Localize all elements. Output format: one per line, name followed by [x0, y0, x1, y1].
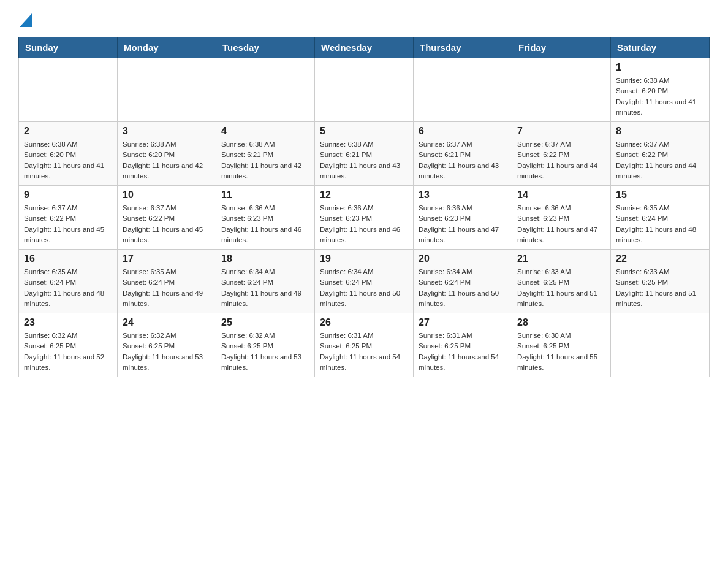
day-info: Sunrise: 6:36 AM Sunset: 6:23 PM Dayligh…: [517, 203, 605, 245]
day-info: Sunrise: 6:37 AM Sunset: 6:22 PM Dayligh…: [616, 139, 704, 182]
calendar-cell: 5Sunrise: 6:38 AM Sunset: 6:21 PM Daylig…: [315, 122, 414, 186]
calendar-week-row: 1Sunrise: 6:38 AM Sunset: 6:20 PM Daylig…: [19, 58, 710, 122]
calendar-cell: 25Sunrise: 6:32 AM Sunset: 6:25 PM Dayli…: [216, 313, 315, 377]
calendar-cell: [611, 313, 710, 377]
calendar-cell: 11Sunrise: 6:36 AM Sunset: 6:23 PM Dayli…: [216, 186, 315, 250]
day-number: 11: [221, 190, 309, 201]
day-number: 18: [221, 253, 309, 264]
day-number: 5: [320, 126, 408, 137]
calendar-week-row: 23Sunrise: 6:32 AM Sunset: 6:25 PM Dayli…: [19, 313, 710, 377]
day-header-thursday: Thursday: [414, 37, 512, 58]
calendar-cell: 20Sunrise: 6:34 AM Sunset: 6:24 PM Dayli…: [414, 250, 512, 313]
day-info: Sunrise: 6:33 AM Sunset: 6:25 PM Dayligh…: [517, 267, 605, 309]
calendar-cell: 14Sunrise: 6:36 AM Sunset: 6:23 PM Dayli…: [512, 186, 611, 250]
day-header-sunday: Sunday: [19, 37, 118, 58]
calendar-cell: [512, 58, 611, 122]
day-number: 28: [517, 317, 605, 328]
day-info: Sunrise: 6:31 AM Sunset: 6:25 PM Dayligh…: [419, 331, 507, 373]
day-info: Sunrise: 6:37 AM Sunset: 6:22 PM Dayligh…: [24, 203, 112, 245]
day-number: 17: [123, 253, 211, 264]
day-number: 6: [419, 126, 507, 137]
day-info: Sunrise: 6:34 AM Sunset: 6:24 PM Dayligh…: [221, 267, 309, 309]
day-number: 3: [123, 126, 211, 137]
day-info: Sunrise: 6:38 AM Sunset: 6:21 PM Dayligh…: [221, 139, 309, 182]
calendar-cell: 19Sunrise: 6:34 AM Sunset: 6:24 PM Dayli…: [315, 250, 414, 313]
day-header-friday: Friday: [512, 37, 611, 58]
day-number: 2: [24, 126, 112, 137]
calendar-cell: 17Sunrise: 6:35 AM Sunset: 6:24 PM Dayli…: [118, 250, 216, 313]
day-number: 21: [517, 253, 605, 264]
day-info: Sunrise: 6:35 AM Sunset: 6:24 PM Dayligh…: [616, 203, 704, 245]
day-number: 26: [320, 317, 408, 328]
day-info: Sunrise: 6:37 AM Sunset: 6:21 PM Dayligh…: [419, 139, 507, 182]
day-info: Sunrise: 6:36 AM Sunset: 6:23 PM Dayligh…: [419, 203, 507, 245]
day-info: Sunrise: 6:36 AM Sunset: 6:23 PM Dayligh…: [221, 203, 309, 245]
calendar-header-row: SundayMondayTuesdayWednesdayThursdayFrid…: [19, 37, 710, 58]
day-info: Sunrise: 6:34 AM Sunset: 6:24 PM Dayligh…: [320, 267, 408, 309]
calendar-cell: 27Sunrise: 6:31 AM Sunset: 6:25 PM Dayli…: [414, 313, 512, 377]
calendar-cell: 28Sunrise: 6:30 AM Sunset: 6:25 PM Dayli…: [512, 313, 611, 377]
calendar-cell: 2Sunrise: 6:38 AM Sunset: 6:20 PM Daylig…: [19, 122, 118, 186]
calendar-cell: 9Sunrise: 6:37 AM Sunset: 6:22 PM Daylig…: [19, 186, 118, 250]
calendar-week-row: 2Sunrise: 6:38 AM Sunset: 6:20 PM Daylig…: [19, 122, 710, 186]
day-number: 14: [517, 190, 605, 201]
calendar-week-row: 16Sunrise: 6:35 AM Sunset: 6:24 PM Dayli…: [19, 250, 710, 313]
day-number: 7: [517, 126, 605, 137]
day-info: Sunrise: 6:38 AM Sunset: 6:20 PM Dayligh…: [123, 139, 211, 182]
calendar-cell: 1Sunrise: 6:38 AM Sunset: 6:20 PM Daylig…: [611, 58, 710, 122]
day-info: Sunrise: 6:38 AM Sunset: 6:20 PM Dayligh…: [24, 139, 112, 182]
calendar-cell: 21Sunrise: 6:33 AM Sunset: 6:25 PM Dayli…: [512, 250, 611, 313]
day-info: Sunrise: 6:37 AM Sunset: 6:22 PM Dayligh…: [123, 203, 211, 245]
day-number: 24: [123, 317, 211, 328]
day-number: 27: [419, 317, 507, 328]
day-number: 25: [221, 317, 309, 328]
svg-marker-0: [20, 13, 32, 27]
day-info: Sunrise: 6:33 AM Sunset: 6:25 PM Dayligh…: [616, 267, 704, 309]
day-number: 22: [616, 253, 704, 264]
calendar-cell: [315, 58, 414, 122]
calendar-cell: 23Sunrise: 6:32 AM Sunset: 6:25 PM Dayli…: [19, 313, 118, 377]
day-number: 4: [221, 126, 309, 137]
day-info: Sunrise: 6:35 AM Sunset: 6:24 PM Dayligh…: [24, 267, 112, 309]
day-number: 23: [24, 317, 112, 328]
day-number: 1: [616, 62, 704, 73]
day-info: Sunrise: 6:37 AM Sunset: 6:22 PM Dayligh…: [517, 139, 605, 182]
calendar-cell: 26Sunrise: 6:31 AM Sunset: 6:25 PM Dayli…: [315, 313, 414, 377]
day-info: Sunrise: 6:34 AM Sunset: 6:24 PM Dayligh…: [419, 267, 507, 309]
calendar-cell: 22Sunrise: 6:33 AM Sunset: 6:25 PM Dayli…: [611, 250, 710, 313]
calendar-cell: 18Sunrise: 6:34 AM Sunset: 6:24 PM Dayli…: [216, 250, 315, 313]
day-number: 15: [616, 190, 704, 201]
calendar-cell: 3Sunrise: 6:38 AM Sunset: 6:20 PM Daylig…: [118, 122, 216, 186]
calendar-week-row: 9Sunrise: 6:37 AM Sunset: 6:22 PM Daylig…: [19, 186, 710, 250]
calendar-cell: [414, 58, 512, 122]
calendar-table: SundayMondayTuesdayWednesdayThursdayFrid…: [18, 37, 710, 377]
day-info: Sunrise: 6:35 AM Sunset: 6:24 PM Dayligh…: [123, 267, 211, 309]
day-header-wednesday: Wednesday: [315, 37, 414, 58]
day-number: 10: [123, 190, 211, 201]
calendar-cell: 13Sunrise: 6:36 AM Sunset: 6:23 PM Dayli…: [414, 186, 512, 250]
calendar-cell: [19, 58, 118, 122]
day-number: 13: [419, 190, 507, 201]
day-number: 8: [616, 126, 704, 137]
day-number: 9: [24, 190, 112, 201]
day-info: Sunrise: 6:32 AM Sunset: 6:25 PM Dayligh…: [221, 331, 309, 373]
day-info: Sunrise: 6:38 AM Sunset: 6:20 PM Dayligh…: [616, 75, 704, 118]
day-header-tuesday: Tuesday: [216, 37, 315, 58]
calendar-cell: 15Sunrise: 6:35 AM Sunset: 6:24 PM Dayli…: [611, 186, 710, 250]
calendar-cell: 12Sunrise: 6:36 AM Sunset: 6:23 PM Dayli…: [315, 186, 414, 250]
day-number: 20: [419, 253, 507, 264]
calendar-cell: 16Sunrise: 6:35 AM Sunset: 6:24 PM Dayli…: [19, 250, 118, 313]
day-info: Sunrise: 6:36 AM Sunset: 6:23 PM Dayligh…: [320, 203, 408, 245]
calendar-cell: [216, 58, 315, 122]
logo: [18, 12, 32, 25]
page-header: [18, 12, 710, 25]
calendar-cell: [118, 58, 216, 122]
day-header-monday: Monday: [118, 37, 216, 58]
day-number: 19: [320, 253, 408, 264]
day-number: 12: [320, 190, 408, 201]
calendar-cell: 10Sunrise: 6:37 AM Sunset: 6:22 PM Dayli…: [118, 186, 216, 250]
calendar-cell: 8Sunrise: 6:37 AM Sunset: 6:22 PM Daylig…: [611, 122, 710, 186]
calendar-cell: 6Sunrise: 6:37 AM Sunset: 6:21 PM Daylig…: [414, 122, 512, 186]
calendar-cell: 7Sunrise: 6:37 AM Sunset: 6:22 PM Daylig…: [512, 122, 611, 186]
day-info: Sunrise: 6:38 AM Sunset: 6:21 PM Dayligh…: [320, 139, 408, 182]
